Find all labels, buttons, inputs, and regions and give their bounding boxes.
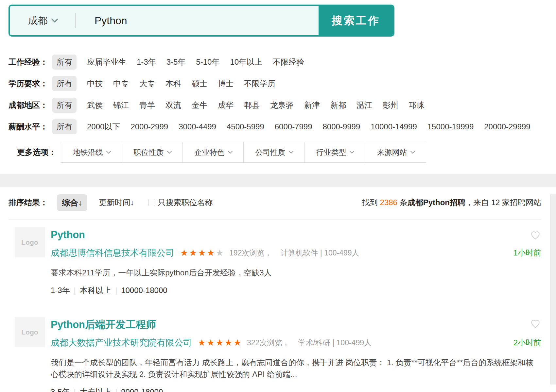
- sort-by-time-button[interactable]: 更新时间↓: [99, 197, 134, 208]
- favorite-heart-icon[interactable]: [530, 229, 541, 240]
- job-listing: Logo Python后端开发工程师 成都大数据产业技术研究院有限公司 ★★★★…: [0, 305, 556, 392]
- search-bar: 成都 搜索工作: [9, 5, 394, 37]
- results-section: 排序结果： 综合↓ 更新时间↓ 只搜索职位名称 找到 2386 条成都Pytho…: [0, 194, 556, 384]
- filter-row-salary: 薪酬水平： 所有 2000以下 2000-2999 3000-4499 4500…: [9, 120, 556, 133]
- filter-option[interactable]: 3-5年: [166, 57, 186, 67]
- company-logo: Logo: [15, 227, 45, 257]
- filter-option[interactable]: 新津: [304, 100, 320, 110]
- industry-and-size: 学术/科研 | 100-499人: [298, 338, 372, 348]
- posted-time: 2小时前: [513, 337, 541, 348]
- dropdown-job-nature[interactable]: 职位性质: [122, 142, 183, 163]
- filter-option[interactable]: 应届毕业生: [87, 57, 126, 67]
- posted-time: 1小时前: [513, 248, 541, 258]
- city-select[interactable]: 成都: [10, 6, 75, 35]
- job-title-only-checkbox[interactable]: [148, 199, 155, 206]
- company-logo: Logo: [15, 317, 45, 347]
- result-keyword: 成都Python招聘: [408, 198, 465, 207]
- filter-option[interactable]: 邛崃: [409, 100, 425, 110]
- filter-option[interactable]: 不限学历: [244, 78, 275, 89]
- salary-range: 10000-18000: [121, 286, 167, 295]
- education-requirement: 大专以上: [80, 387, 111, 392]
- experience-requirement: 1-3年: [51, 286, 70, 295]
- filter-option[interactable]: 4500-5999: [227, 122, 264, 131]
- dropdown-company-type[interactable]: 公司性质: [243, 142, 304, 163]
- favorite-heart-icon[interactable]: [530, 318, 541, 329]
- chevron-down-icon: [410, 149, 415, 154]
- education-requirement: 本科以上: [80, 286, 111, 295]
- dropdown-subway[interactable]: 地铁沿线: [61, 142, 122, 163]
- filter-option[interactable]: 1-3年: [137, 57, 156, 67]
- filter-option[interactable]: 龙泉驿: [270, 100, 294, 110]
- company-name-link[interactable]: 成都大数据产业技术研究院有限公司: [51, 337, 192, 349]
- filter-option[interactable]: 6000-7999: [275, 122, 312, 131]
- filter-option[interactable]: 成华: [218, 100, 234, 110]
- filter-label: 更多选项：: [17, 147, 61, 157]
- view-count: 192次浏览，: [229, 248, 272, 258]
- filter-option-active[interactable]: 所有: [52, 98, 77, 113]
- view-count: 322次浏览，: [247, 338, 289, 348]
- filter-option[interactable]: 双流: [165, 100, 181, 110]
- dropdown-source-site[interactable]: 来源网站: [365, 142, 426, 163]
- section-separator: [0, 174, 556, 187]
- checkbox-label: 只搜索职位名称: [158, 197, 213, 208]
- filter-option[interactable]: 硕士: [192, 78, 207, 89]
- filter-label: 学历要求：: [9, 78, 52, 89]
- job-title-link[interactable]: Python后端开发工程师: [51, 318, 156, 331]
- city-select-value: 成都: [28, 14, 48, 27]
- chevron-down-icon: [288, 149, 293, 154]
- chevron-down-icon: [51, 16, 58, 23]
- filter-option[interactable]: 3000-4499: [179, 122, 216, 131]
- star-rating: ★★★★★: [198, 337, 242, 348]
- filter-option[interactable]: 2000以下: [87, 122, 120, 132]
- filter-label: 成都地区：: [9, 100, 52, 110]
- filter-option[interactable]: 青羊: [139, 100, 155, 110]
- result-statistics: 找到 2386 条成都Python招聘，来自 12 家招聘网站: [362, 197, 541, 208]
- filter-option[interactable]: 大专: [139, 78, 155, 89]
- job-requirements: 3-5年|大专以上|9000-18000: [51, 387, 541, 392]
- filter-option[interactable]: 15000-19999: [427, 122, 474, 131]
- job-title-link[interactable]: Python: [51, 229, 85, 241]
- chevron-down-icon: [228, 149, 232, 154]
- filter-option[interactable]: 彭州: [383, 100, 398, 110]
- filter-row-experience: 工作经验： 所有 应届毕业生 1-3年 3-5年 5-10年 10年以上 不限经…: [9, 56, 556, 69]
- job-listing: Logo Python 成都思博信科信息技术有限公司 ★★★★★ 192次浏览，…: [0, 220, 556, 305]
- filter-option[interactable]: 温江: [356, 100, 372, 110]
- filter-option[interactable]: 锦江: [113, 100, 129, 110]
- search-button[interactable]: 搜索工作: [319, 6, 393, 35]
- filter-option[interactable]: 郫县: [244, 100, 260, 110]
- industry-and-size: 计算机软件 | 100-499人: [280, 248, 359, 258]
- job-description: 要求本科211学历，一年以上实际python后台开发经验，空缺3人: [51, 267, 541, 279]
- filter-option[interactable]: 2000-2999: [130, 122, 168, 131]
- filter-row-more-options: 更多选项： 地铁沿线 职位性质 企业特色 公司性质 行业类型: [17, 142, 556, 163]
- filter-option[interactable]: 武侯: [87, 100, 103, 110]
- filter-option[interactable]: 不限经验: [273, 57, 304, 67]
- filter-option[interactable]: 博士: [218, 78, 234, 89]
- filter-option[interactable]: 中专: [113, 78, 129, 89]
- filter-option-active[interactable]: 所有: [52, 55, 77, 70]
- star-rating: ★★★★★: [180, 248, 225, 258]
- filter-option[interactable]: 中技: [87, 78, 103, 89]
- job-requirements: 1-3年|本科以上|10000-18000: [51, 285, 541, 296]
- filter-option[interactable]: 5-10年: [196, 57, 219, 67]
- company-name-link[interactable]: 成都思博信科信息技术有限公司: [51, 247, 174, 259]
- experience-requirement: 3-5年: [51, 387, 70, 392]
- chevron-down-icon: [349, 149, 354, 154]
- search-input[interactable]: [76, 6, 319, 35]
- filter-option-active[interactable]: 所有: [52, 76, 77, 91]
- filter-option[interactable]: 本科: [165, 78, 181, 89]
- filter-option[interactable]: 新都: [330, 100, 346, 110]
- dropdown-industry[interactable]: 行业类型: [304, 142, 365, 163]
- dropdown-company-feature[interactable]: 企业特色: [182, 142, 244, 163]
- filter-row-district: 成都地区： 所有 武侯 锦江 青羊 双流 金牛 成华 郫县 龙泉驿 新津 新都 …: [9, 99, 556, 112]
- filter-option[interactable]: 8000-9999: [323, 122, 360, 131]
- chevron-down-icon: [167, 149, 171, 154]
- filter-option[interactable]: 10000-14999: [371, 122, 417, 131]
- sort-comprehensive-button[interactable]: 综合↓: [57, 194, 87, 211]
- filter-row-education: 学历要求： 所有 中技 中专 大专 本科 硕士 博士 不限学历: [9, 77, 556, 90]
- filter-option-active[interactable]: 所有: [52, 119, 77, 134]
- filter-option[interactable]: 金牛: [192, 100, 207, 110]
- filter-option[interactable]: 20000-29999: [484, 122, 530, 131]
- sort-bar: 排序结果： 综合↓ 更新时间↓ 只搜索职位名称 找到 2386 条成都Pytho…: [9, 194, 541, 211]
- filter-option[interactable]: 10年以上: [230, 57, 262, 67]
- result-count: 2386: [380, 198, 397, 207]
